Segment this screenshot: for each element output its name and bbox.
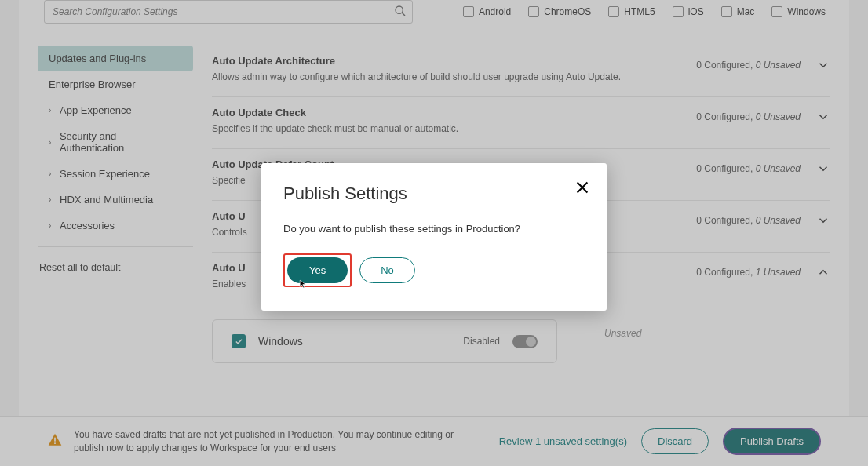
close-icon (574, 179, 591, 196)
modal-yes-button[interactable]: Yes (287, 257, 348, 283)
cursor-icon (299, 279, 308, 289)
modal-no-button[interactable]: No (359, 257, 415, 283)
annotation-highlight: Yes (283, 253, 352, 287)
modal-title: Publish Settings (283, 184, 585, 204)
modal-overlay: Publish Settings Do you want to publish … (0, 0, 868, 466)
modal-close-button[interactable] (574, 179, 591, 198)
modal-body: Do you want to publish these settings in… (283, 223, 585, 235)
publish-settings-modal: Publish Settings Do you want to publish … (261, 163, 607, 311)
